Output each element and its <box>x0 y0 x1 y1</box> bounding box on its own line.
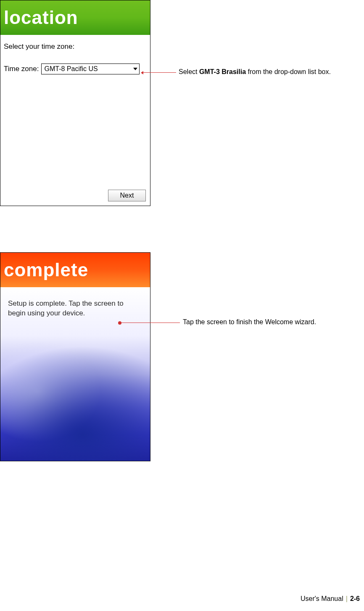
callout-2: Tap the screen to finish the Welcome wiz… <box>183 318 316 326</box>
location-header: location <box>0 0 150 35</box>
timezone-row: Time zone: GMT-8 Pacific US <box>4 63 150 74</box>
callout-1-post: from the drop-down list box. <box>246 68 331 75</box>
complete-title: complete <box>4 259 88 280</box>
complete-screen[interactable]: complete Setup is complete. Tap the scre… <box>0 252 150 461</box>
page-footer: User's Manual|2-6 <box>301 595 360 603</box>
footer-divider: | <box>346 595 348 602</box>
location-title: location <box>4 7 78 28</box>
complete-message: Setup is complete. Tap the screen to beg… <box>8 299 142 318</box>
timezone-prompt: Select your time zone: <box>4 42 150 51</box>
next-button[interactable]: Next <box>108 190 146 201</box>
timezone-value: GMT-8 Pacific US <box>44 65 98 73</box>
location-screen: location Select your time zone: Time zon… <box>0 0 150 206</box>
complete-header: complete <box>0 253 150 287</box>
next-button-label: Next <box>120 192 134 199</box>
footer-manual: User's Manual <box>301 595 343 602</box>
callout-1: Select GMT-3 Brasilia from the drop-down… <box>179 68 331 76</box>
complete-body[interactable]: Setup is complete. Tap the screen to beg… <box>0 287 150 461</box>
callout-leader-1 <box>142 72 176 73</box>
location-body: Select your time zone: Time zone: GMT-8 … <box>0 35 150 74</box>
callout-leader-2 <box>121 323 180 323</box>
timezone-label: Time zone: <box>4 65 39 73</box>
footer-page: 2-6 <box>350 595 360 602</box>
timezone-dropdown[interactable]: GMT-8 Pacific US <box>41 63 140 74</box>
callout-1-pre: Select <box>179 68 199 75</box>
callout-1-bold: GMT-3 Brasilia <box>199 68 246 75</box>
chevron-down-icon <box>133 68 137 70</box>
